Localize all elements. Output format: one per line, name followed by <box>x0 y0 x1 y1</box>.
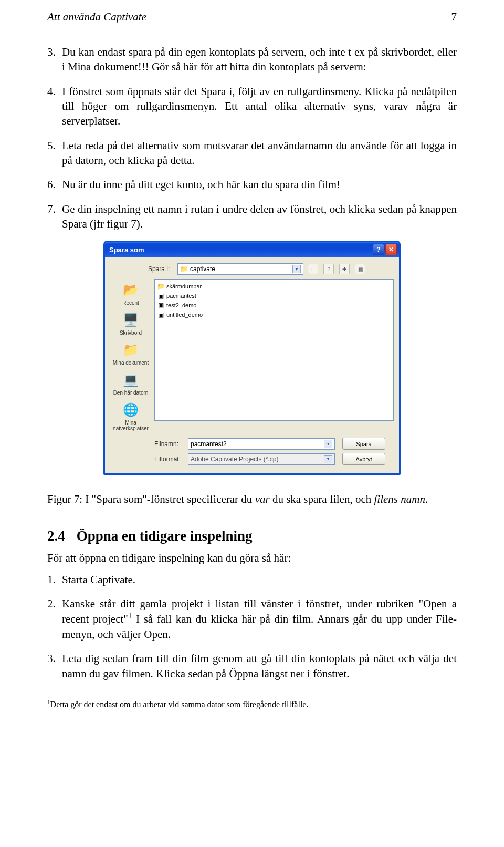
section-heading: 2.4Öppna en tidigare inspelning <box>47 528 457 544</box>
list-num: 3. <box>47 45 62 75</box>
header-title: Att använda Captivate <box>47 11 146 24</box>
section-intro: För att öppna en tidigare inspelning kan… <box>47 552 457 565</box>
close-button[interactable]: ✕ <box>385 244 397 255</box>
dialog-body: Spara i: 📁 captivate ▾ ← ⤴ ✚ ▦ <box>105 257 399 473</box>
filename-input[interactable]: pacmantest2▾ <box>188 438 335 450</box>
instruction-list: 3.Du kan endast spara på din egen kontop… <box>47 45 457 231</box>
dialog-titlebar: Spara som ? ✕ <box>105 242 399 257</box>
cancel-button[interactable]: Avbryt <box>342 453 385 465</box>
help-button[interactable]: ? <box>373 244 384 255</box>
file-list[interactable]: 📁skärmdumpar ▣pacmantest ▣test2_demo ▣un… <box>154 279 394 421</box>
list-num: 4. <box>47 84 62 129</box>
filename-label: Filnamn: <box>154 440 184 448</box>
list-text: Leta reda på det alternativ som motsvara… <box>62 138 457 168</box>
filetype-combo[interactable]: Adobe Captivate Projects (*.cp)▾ <box>188 453 335 465</box>
folder-icon: 📁 <box>157 283 164 290</box>
list-text: Du kan endast spara på din egen kontopla… <box>62 45 457 75</box>
new-folder-icon[interactable]: ✚ <box>339 264 350 274</box>
footnote: 1Detta gör det endast om du arbetar vid … <box>47 698 457 710</box>
page-number: 7 <box>452 11 457 24</box>
network-icon: 🌐 <box>122 401 140 419</box>
place-computer[interactable]: 💻Den här datorn <box>110 369 151 399</box>
place-desktop[interactable]: 🖥️Skrivbord <box>110 309 151 339</box>
look-in-label: Spara i: <box>148 265 173 273</box>
bottom-rows: Filnamn: pacmantest2▾ Spara Filformat: A… <box>154 438 394 465</box>
chevron-down-icon[interactable]: ▾ <box>292 265 301 273</box>
file-item[interactable]: ▣untitled_demo <box>157 310 391 319</box>
list-num: 1. <box>47 572 62 587</box>
list-num: 3. <box>47 651 62 681</box>
list-num: 7. <box>47 202 62 232</box>
save-button[interactable]: Spara <box>342 438 385 450</box>
list-text: Kanske står ditt gamla projekt i listan … <box>62 596 457 642</box>
computer-icon: 💻 <box>122 371 140 389</box>
up-icon[interactable]: ⤴ <box>323 264 334 274</box>
list-num: 2. <box>47 596 62 642</box>
look-in-value: captivate <box>190 265 215 273</box>
file-item-folder[interactable]: 📁skärmdumpar <box>157 282 391 291</box>
filetype-label: Filformat: <box>154 456 184 463</box>
nav-toolbar: ← ⤴ ✚ ▦ <box>308 264 365 274</box>
list-text: I fönstret som öppnats står det Spara i,… <box>62 84 457 129</box>
document-page: Att använda Captivate 7 3.Du kan endast … <box>0 0 504 726</box>
page-header: Att använda Captivate 7 <box>47 11 457 24</box>
dialog-middle: 📂Recent 🖥️Skrivbord 📁Mina dokument 💻Den … <box>110 279 394 435</box>
list-num: 6. <box>47 177 62 192</box>
place-documents[interactable]: 📁Mina dokument <box>110 339 151 369</box>
file-item[interactable]: ▣test2_demo <box>157 301 391 310</box>
look-in-row: Spara i: 📁 captivate ▾ ← ⤴ ✚ ▦ <box>148 263 394 275</box>
list-text: Starta Captivate. <box>62 572 457 587</box>
places-bar: 📂Recent 🖥️Skrivbord 📁Mina dokument 💻Den … <box>110 279 151 435</box>
place-recent[interactable]: 📂Recent <box>110 279 151 309</box>
figure-caption: Figur 7: I "Spara som"-fönstret specific… <box>47 492 457 507</box>
documents-icon: 📁 <box>122 341 140 359</box>
footnote-rule <box>47 696 168 696</box>
chevron-down-icon[interactable]: ▾ <box>324 455 332 463</box>
recent-icon: 📂 <box>122 281 140 299</box>
file-item[interactable]: ▣pacmantest <box>157 291 391 301</box>
desktop-icon: 🖥️ <box>122 311 140 329</box>
back-icon[interactable]: ← <box>308 264 318 274</box>
dialog-title: Spara som <box>109 246 372 254</box>
section-title: Öppna en tidigare inspelning <box>77 528 253 544</box>
file-icon: ▣ <box>157 311 164 318</box>
folder-icon: 📁 <box>180 265 188 273</box>
section-list: 1.Starta Captivate. 2.Kanske står ditt g… <box>47 572 457 681</box>
look-in-combo[interactable]: 📁 captivate ▾ <box>177 263 303 275</box>
chevron-down-icon[interactable]: ▾ <box>324 440 332 448</box>
place-network[interactable]: 🌐Mina nätverksplatser <box>110 399 151 435</box>
figure-7: Spara som ? ✕ Spara i: 📁 captivate ▾ ← ⤴… <box>47 241 457 477</box>
section-number: 2.4 <box>47 528 65 544</box>
save-as-dialog: Spara som ? ✕ Spara i: 📁 captivate ▾ ← ⤴… <box>103 241 401 475</box>
file-icon: ▣ <box>157 292 164 299</box>
list-text: Leta dig sedan fram till din film genom … <box>62 651 457 681</box>
list-text: Nu är du inne på ditt eget konto, och hä… <box>62 177 457 192</box>
view-icon[interactable]: ▦ <box>355 264 365 274</box>
list-num: 5. <box>47 138 62 168</box>
file-icon: ▣ <box>157 302 164 309</box>
list-text: Ge din inspelning ett namn i rutan i und… <box>62 202 457 232</box>
